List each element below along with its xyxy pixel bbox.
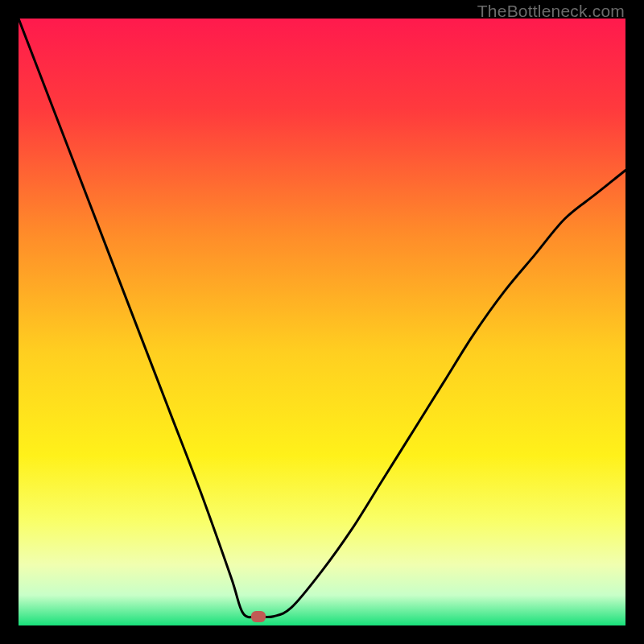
- optimum-marker: [251, 611, 266, 622]
- chart-frame: [19, 19, 625, 625]
- gradient-background: [19, 19, 625, 625]
- bottleneck-chart: [19, 19, 625, 625]
